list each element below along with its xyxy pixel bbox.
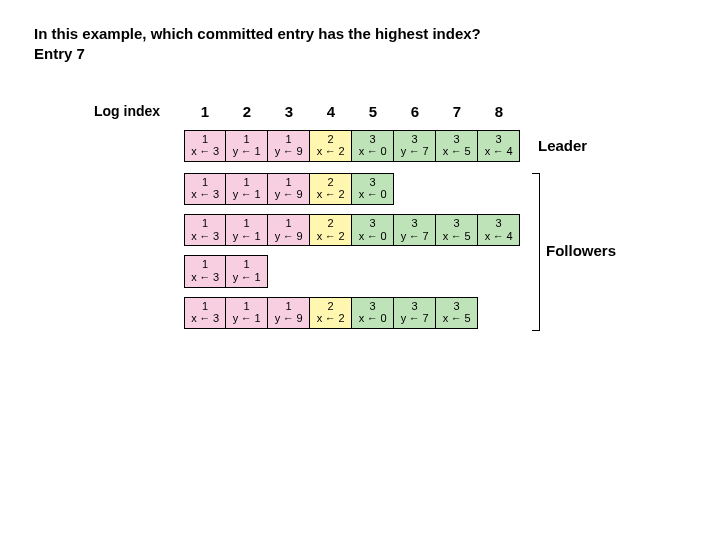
log-entry: 2x ← 2 bbox=[310, 130, 352, 162]
log-index-row: Log index 12345678 bbox=[94, 103, 686, 120]
log-entry: 3y ← 7 bbox=[394, 214, 436, 246]
question-line: In this example, which committed entry h… bbox=[34, 24, 686, 44]
log-index-3: 3 bbox=[268, 103, 310, 120]
log-index-label: Log index bbox=[94, 103, 184, 119]
log-entry: 1y ← 1 bbox=[226, 173, 268, 205]
log-entry: 1y ← 1 bbox=[226, 297, 268, 329]
log-entry: 1x ← 3 bbox=[184, 297, 226, 329]
log-entry: 1y ← 9 bbox=[268, 173, 310, 205]
log-entry: 1y ← 1 bbox=[226, 255, 268, 287]
log-entry: 1x ← 3 bbox=[184, 130, 226, 162]
leader-log-row: 1x ← 31y ← 11y ← 92x ← 23x ← 03y ← 73x ←… bbox=[184, 130, 686, 162]
log-index-7: 7 bbox=[436, 103, 478, 120]
log-entry: 3x ← 0 bbox=[352, 130, 394, 162]
log-entry: 2x ← 2 bbox=[310, 297, 352, 329]
log-entry: 3x ← 0 bbox=[352, 297, 394, 329]
log-entry: 3x ← 5 bbox=[436, 130, 478, 162]
log-entry: 1y ← 1 bbox=[226, 214, 268, 246]
log-index-4: 4 bbox=[310, 103, 352, 120]
log-entry: 3x ← 0 bbox=[352, 173, 394, 205]
answer-line: Entry 7 bbox=[34, 44, 686, 64]
log-index-1: 1 bbox=[184, 103, 226, 120]
log-entry: 1x ← 3 bbox=[184, 214, 226, 246]
log-entry: 3x ← 0 bbox=[352, 214, 394, 246]
follower-log-row-4: 1x ← 31y ← 11y ← 92x ← 23x ← 03y ← 73x ←… bbox=[184, 297, 686, 329]
log-entry: 1x ← 3 bbox=[184, 255, 226, 287]
log-index-5: 5 bbox=[352, 103, 394, 120]
log-entry: 3x ← 4 bbox=[478, 214, 520, 246]
followers-label: Followers bbox=[546, 242, 616, 259]
log-entry: 3y ← 7 bbox=[394, 130, 436, 162]
log-entry: 3x ← 5 bbox=[436, 214, 478, 246]
leader-label: Leader bbox=[538, 137, 587, 154]
log-entry: 2x ← 2 bbox=[310, 214, 352, 246]
log-index-8: 8 bbox=[478, 103, 520, 120]
diagram-stage: Log index 12345678 1x ← 31y ← 11y ← 92x … bbox=[94, 103, 686, 329]
log-entry: 1y ← 9 bbox=[268, 297, 310, 329]
log-entry: 3x ← 5 bbox=[436, 297, 478, 329]
followers-bracket-icon bbox=[532, 173, 540, 331]
follower-log-row-3: 1x ← 31y ← 1 bbox=[184, 255, 686, 287]
log-entry: 1y ← 1 bbox=[226, 130, 268, 162]
log-entry: 1x ← 3 bbox=[184, 173, 226, 205]
follower-log-row-1: 1x ← 31y ← 11y ← 92x ← 23x ← 0 bbox=[184, 173, 686, 205]
log-entry: 3y ← 7 bbox=[394, 297, 436, 329]
log-entry: 3x ← 4 bbox=[478, 130, 520, 162]
log-index-2: 2 bbox=[226, 103, 268, 120]
log-entry: 1y ← 9 bbox=[268, 214, 310, 246]
log-index-6: 6 bbox=[394, 103, 436, 120]
log-entry: 2x ← 2 bbox=[310, 173, 352, 205]
log-entry: 1y ← 9 bbox=[268, 130, 310, 162]
